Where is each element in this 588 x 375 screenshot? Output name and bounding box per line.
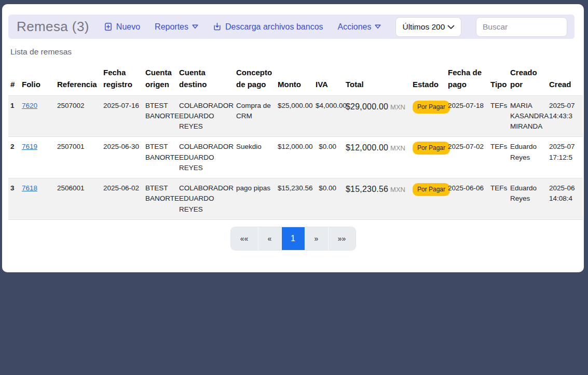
currency-label: MXN xyxy=(390,144,405,152)
col-header-tipo: Tipo xyxy=(488,63,508,95)
col-header-creado-por: Creado por xyxy=(508,63,547,95)
app-background: { "colors": { "background": "#3e4a63", "… xyxy=(0,0,588,375)
content-card: Remesa (3) Nuevo Reportes xyxy=(2,4,584,272)
creado-fecha: 2025-06 xyxy=(549,183,583,193)
table-row: 2 7619 2507001 2025-06-30 BTEST BANORTE … xyxy=(8,137,583,178)
folio-link[interactable]: 7620 xyxy=(22,102,37,109)
cell-cuenta-destino: COLABORADOR EDUARDO REYES xyxy=(177,178,234,220)
col-header-cuenta-origen: Cuenta origen xyxy=(143,63,177,95)
cell-fecha-registro: 2025-07-16 xyxy=(101,95,143,137)
status-badge: Por Pagar xyxy=(413,142,450,155)
col-header-referencia: Referencia xyxy=(55,63,101,95)
table-row: 3 7618 2506001 2025-06-02 BTEST BANORTE … xyxy=(8,178,583,220)
col-header-folio: Folio xyxy=(20,63,55,95)
cell-estado: Por Pagar xyxy=(411,95,446,137)
cell-creado-por: Eduardo Reyes xyxy=(508,178,547,220)
cell-fecha-pago: 2025-07-18 xyxy=(446,95,488,137)
cell-cuenta-destino: COLABORADOR EDUARDO REYES xyxy=(177,95,234,137)
folio-link[interactable]: 7619 xyxy=(22,143,37,150)
cell-tipo: TEFs xyxy=(488,178,508,220)
folio-link[interactable]: 7618 xyxy=(22,184,37,192)
table-header-row: # Folio Referencia Fecha registro Cuenta… xyxy=(8,63,583,95)
cell-cuenta-origen: BTEST BANORTE xyxy=(143,137,177,178)
total-amount: $15,230.56 xyxy=(346,185,388,193)
pagination: «« « 1 » »» xyxy=(2,227,584,250)
search-input[interactable] xyxy=(476,17,567,37)
pagination-prev-button[interactable]: « xyxy=(258,227,281,250)
pagination-next-button[interactable]: » xyxy=(305,227,328,250)
cell-fecha-registro: 2025-06-02 xyxy=(101,178,143,220)
limit-select[interactable]: Últimos 200 xyxy=(395,17,461,37)
descarga-archivos-button[interactable]: Descarga archivos bancos xyxy=(213,22,323,32)
total-amount: $29,000.00 xyxy=(346,102,388,111)
reportes-dropdown[interactable]: Reportes xyxy=(155,22,198,32)
file-plus-icon xyxy=(104,22,113,31)
cell-estado: Por Pagar xyxy=(411,137,446,178)
toolbar: Remesa (3) Nuevo Reportes xyxy=(8,15,575,39)
creado-hora: 14:08:4 xyxy=(549,193,583,204)
cell-creado: 2025-07 17:12:5 xyxy=(547,137,583,178)
cell-fecha-registro: 2025-06-30 xyxy=(101,137,143,178)
cell-iva: $0.00 xyxy=(313,137,344,178)
pagination-page-1-button[interactable]: 1 xyxy=(281,227,305,250)
cell-referencia: 2506001 xyxy=(55,178,101,220)
cell-monto: $12,000.00 xyxy=(276,137,313,178)
new-button-label: Nuevo xyxy=(116,22,140,32)
col-header-num: # xyxy=(8,63,20,95)
col-header-fecha-registro: Fecha registro xyxy=(101,63,143,95)
remesas-table-wrap: # Folio Referencia Fecha registro Cuenta… xyxy=(8,63,583,220)
cell-creado: 2025-07 14:43:3 xyxy=(547,95,583,137)
pagination-first-button[interactable]: «« xyxy=(231,227,258,250)
cell-creado-por: Eduardo Reyes xyxy=(508,137,547,178)
cell-fecha-pago: 2025-07-02 xyxy=(446,137,488,178)
caret-down-icon xyxy=(375,24,381,29)
col-header-creado: Cread xyxy=(547,63,583,95)
pagination-last-button[interactable]: »» xyxy=(328,227,355,250)
currency-label: MXN xyxy=(390,103,405,111)
cell-total: $29,000.00MXN xyxy=(344,95,411,137)
cell-total: $15,230.56MXN xyxy=(344,178,411,220)
cell-referencia: 2507002 xyxy=(55,95,101,137)
col-header-cuenta-destino: Cuenta destino xyxy=(177,63,234,95)
col-header-concepto: Concepto de pago xyxy=(234,63,276,95)
cell-fecha-pago: 2025-06-06 xyxy=(446,178,488,220)
reportes-dropdown-label: Reportes xyxy=(155,22,188,32)
row-number: 3 xyxy=(8,178,20,220)
col-header-estado: Estado xyxy=(411,63,446,95)
cell-concepto: Compra de CRM xyxy=(234,95,276,137)
col-header-monto: Monto xyxy=(276,63,313,95)
row-number: 2 xyxy=(8,137,20,178)
descarga-archivos-label: Descarga archivos bancos xyxy=(225,22,323,32)
cell-cuenta-origen: BTEST BANORTE xyxy=(143,95,177,137)
caret-down-icon xyxy=(192,24,198,29)
creado-fecha: 2025-07 xyxy=(549,142,583,152)
creado-hora: 17:12:5 xyxy=(549,152,583,163)
cell-creado: 2025-06 14:08:4 xyxy=(547,178,583,220)
new-button[interactable]: Nuevo xyxy=(104,22,140,32)
currency-label: MXN xyxy=(390,186,405,193)
cell-estado: Por Pagar xyxy=(411,178,446,220)
list-title: Lista de remesas xyxy=(10,47,584,57)
remesas-table: # Folio Referencia Fecha registro Cuenta… xyxy=(8,63,583,220)
cell-monto: $25,000.00 xyxy=(276,95,313,137)
cell-iva: $4,000.00 xyxy=(313,95,344,137)
page-title: Remesa (3) xyxy=(17,19,89,35)
cell-iva: $0.00 xyxy=(313,178,344,220)
cell-tipo: TEFs xyxy=(488,95,508,137)
status-badge: Por Pagar xyxy=(413,101,450,114)
creado-hora: 14:43:3 xyxy=(549,111,583,121)
cell-total: $12,000.00MXN xyxy=(344,137,411,178)
cell-concepto: pago pipas xyxy=(234,178,276,220)
cell-creado-por: MARIA KASANDRA MIRANDA xyxy=(508,95,547,137)
cell-cuenta-destino: COLABORADOR EDUARDO REYES xyxy=(177,137,234,178)
creado-fecha: 2025-07 xyxy=(549,101,583,111)
table-row: 1 7620 2507002 2025-07-16 BTEST BANORTE … xyxy=(8,95,583,137)
status-badge: Por Pagar xyxy=(413,183,450,196)
col-header-total: Total xyxy=(344,63,411,95)
cell-tipo: TEFs xyxy=(488,137,508,178)
chevron-down-icon xyxy=(447,22,455,32)
cell-monto: $15,230.56 xyxy=(276,178,313,220)
col-header-iva: IVA xyxy=(313,63,344,95)
acciones-dropdown[interactable]: Acciones xyxy=(338,22,381,32)
cell-cuenta-origen: BTEST BANORTE xyxy=(143,178,177,220)
